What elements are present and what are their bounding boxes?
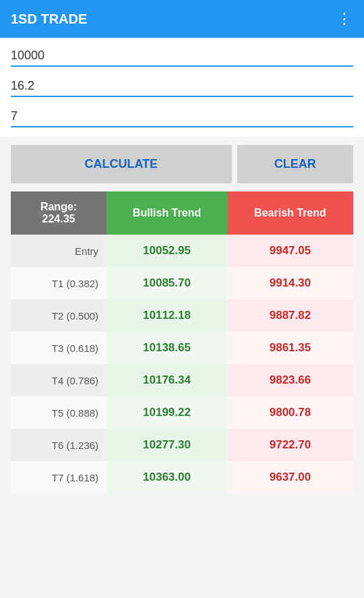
row-label: Entry: [11, 235, 107, 267]
row-bearish: 9887.82: [227, 299, 353, 332]
row-bullish: 10363.00: [107, 461, 227, 494]
calculate-button[interactable]: CALCULATE: [11, 145, 232, 183]
action-buttons: CALCULATE CLEAR: [11, 145, 353, 183]
row-label: T6 (1.236): [11, 429, 107, 461]
row-bearish: 9637.00: [227, 461, 353, 494]
app-header: 1SD TRADE ⋮: [0, 0, 364, 38]
row-bullish: 10085.70: [107, 267, 227, 299]
row-bearish: 9722.70: [227, 429, 353, 461]
row-bullish: 10199.22: [107, 396, 227, 429]
row-label: T2 (0.500): [11, 299, 107, 332]
row-bearish: 9914.30: [227, 267, 353, 299]
bearish-header: Bearish Trend: [227, 191, 353, 235]
row-bullish: 10176.34: [107, 364, 227, 396]
input-value3[interactable]: [11, 104, 353, 127]
menu-icon[interactable]: ⋮: [337, 10, 353, 28]
row-label: T7 (1.618): [11, 461, 107, 494]
row-bearish: 9800.78: [227, 396, 353, 429]
row-bullish: 10277.30: [107, 429, 227, 461]
row-label: T3 (0.618): [11, 332, 107, 364]
row-label: T5 (0.888): [11, 396, 107, 429]
row-bullish: 10052.95: [107, 235, 227, 267]
row-label: T1 (0.382): [11, 267, 107, 299]
results-table: Range: 224.35 Bullish Trend Bearish Tren…: [11, 191, 353, 494]
row-label: T4 (0.786): [11, 364, 107, 396]
clear-button[interactable]: CLEAR: [237, 145, 353, 183]
row-bearish: 9861.35: [227, 332, 353, 364]
range-header: Range: 224.35: [11, 191, 107, 235]
inputs-section: [0, 38, 364, 137]
row-bearish: 9947.05: [227, 235, 353, 267]
input-value1[interactable]: [11, 43, 353, 67]
row-bullish: 10112.18: [107, 299, 227, 332]
row-bullish: 10138.65: [107, 332, 227, 364]
bullish-header: Bullish Trend: [107, 191, 227, 235]
input-value2[interactable]: [11, 73, 353, 97]
app-title: 1SD TRADE: [11, 11, 87, 27]
row-bearish: 9823.66: [227, 364, 353, 396]
